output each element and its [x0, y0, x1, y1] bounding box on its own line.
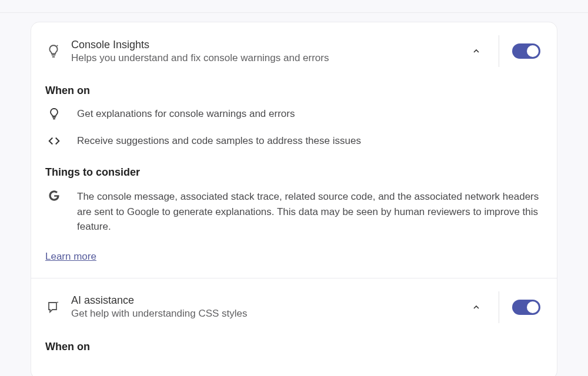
ai-assistance-toggle[interactable]	[512, 300, 540, 315]
ai-assistance-header-text: AI assistance Get help with understandin…	[71, 294, 457, 320]
things-to-consider-heading: Things to consider	[45, 166, 543, 179]
feature-row: Get explanations for console warnings an…	[45, 108, 543, 120]
chevron-up-icon[interactable]	[466, 303, 487, 312]
code-icon	[45, 135, 63, 147]
chat-sparkle-icon	[44, 300, 63, 314]
feature-row: Receive suggestions and code samples to …	[45, 135, 543, 147]
console-insights-subtitle: Helps you understand and fix console war…	[71, 52, 457, 64]
console-insights-header-text: Console Insights Helps you understand an…	[71, 39, 457, 64]
google-icon	[45, 189, 63, 202]
feature-text: Get explanations for console warnings an…	[77, 108, 543, 120]
chevron-up-icon[interactable]	[466, 46, 487, 56]
learn-more-link[interactable]: Learn more	[45, 251, 96, 263]
vertical-divider	[499, 291, 499, 323]
ai-assistance-subtitle: Get help with understanding CSS styles	[71, 308, 457, 320]
vertical-divider	[499, 35, 499, 67]
ai-assistance-section: AI assistance Get help with understandin…	[31, 278, 557, 377]
consider-row: The console message, associated stack tr…	[45, 189, 543, 234]
console-insights-header[interactable]: Console Insights Helps you understand an…	[31, 22, 557, 78]
when-on-heading: When on	[45, 341, 543, 353]
lightbulb-icon	[45, 108, 63, 120]
feature-text: Receive suggestions and code samples to …	[77, 135, 543, 147]
when-on-heading: When on	[45, 85, 543, 97]
ai-assistance-title: AI assistance	[71, 294, 457, 307]
consider-text: The console message, associated stack tr…	[77, 189, 543, 234]
console-insights-title: Console Insights	[71, 39, 457, 51]
console-insights-toggle[interactable]	[512, 43, 540, 59]
console-insights-section: Console Insights Helps you understand an…	[31, 22, 557, 278]
ai-assistance-header[interactable]: AI assistance Get help with understandin…	[31, 278, 557, 334]
lightbulb-sparkle-icon	[44, 43, 63, 59]
